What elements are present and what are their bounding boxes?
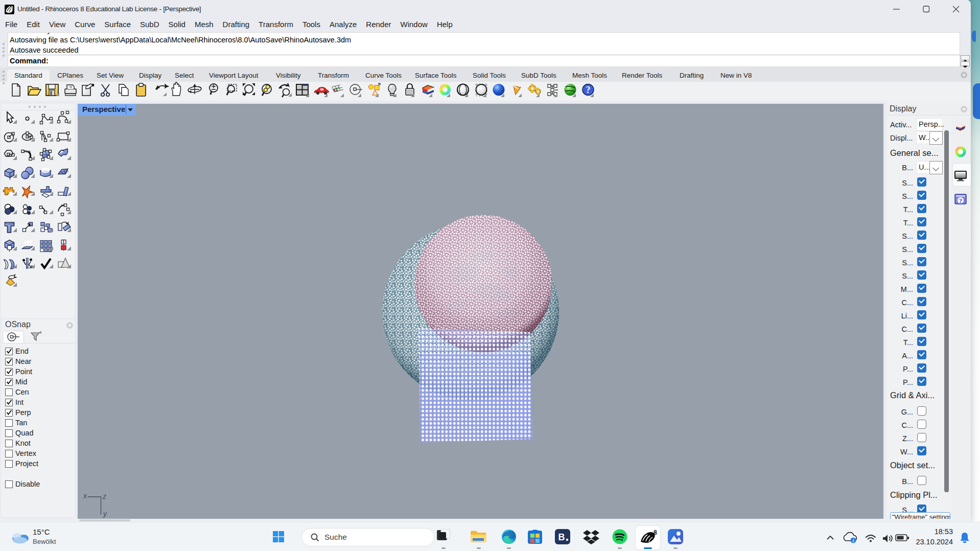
svg-text:?: ? — [586, 85, 591, 95]
svg-text:8: 8 — [654, 529, 657, 536]
svg-text:B: B — [558, 532, 565, 542]
svg-text:z: z — [102, 492, 106, 500]
svg-text:i: i — [853, 538, 854, 543]
svg-text:x: x — [83, 492, 87, 500]
svg-text:8: 8 — [11, 5, 13, 10]
svg-text:y: y — [103, 510, 107, 518]
svg-text:?: ? — [959, 197, 963, 204]
